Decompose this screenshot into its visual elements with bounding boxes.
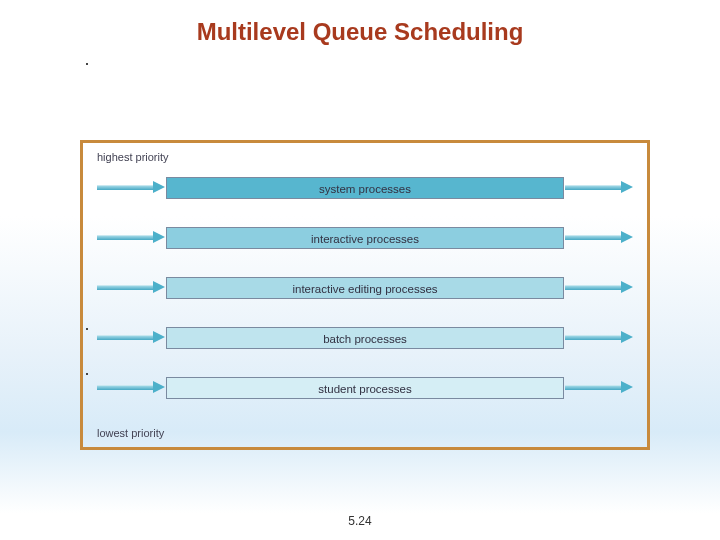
diagram-frame: highest priority system processesinterac… bbox=[80, 140, 650, 450]
arrow-out-icon bbox=[565, 234, 633, 241]
arrow-in-icon bbox=[97, 184, 165, 191]
arrow-in-icon bbox=[97, 284, 165, 291]
queue-box: batch processes bbox=[166, 327, 564, 349]
queue-row: system processes bbox=[91, 175, 639, 201]
label-highest-priority: highest priority bbox=[97, 151, 169, 163]
arrow-out-icon bbox=[565, 184, 633, 191]
queue-row: interactive editing processes bbox=[91, 275, 639, 301]
queue-box: student processes bbox=[166, 377, 564, 399]
page-title: Multilevel Queue Scheduling bbox=[0, 0, 720, 46]
queue-box: system processes bbox=[166, 177, 564, 199]
arrow-in-icon bbox=[97, 334, 165, 341]
queue-row: student processes bbox=[91, 375, 639, 401]
queue-box: interactive editing processes bbox=[166, 277, 564, 299]
diagram-inner: highest priority system processesinterac… bbox=[91, 149, 639, 441]
queue-row: batch processes bbox=[91, 325, 639, 351]
decorative-dot bbox=[86, 373, 88, 375]
label-lowest-priority: lowest priority bbox=[97, 427, 164, 439]
decorative-dot bbox=[86, 328, 88, 330]
arrow-in-icon bbox=[97, 234, 165, 241]
arrow-out-icon bbox=[565, 284, 633, 291]
decorative-dot bbox=[86, 63, 88, 65]
page-number: 5.24 bbox=[0, 514, 720, 528]
queue-row: interactive processes bbox=[91, 225, 639, 251]
queue-box: interactive processes bbox=[166, 227, 564, 249]
arrow-out-icon bbox=[565, 334, 633, 341]
arrow-out-icon bbox=[565, 384, 633, 391]
arrow-in-icon bbox=[97, 384, 165, 391]
